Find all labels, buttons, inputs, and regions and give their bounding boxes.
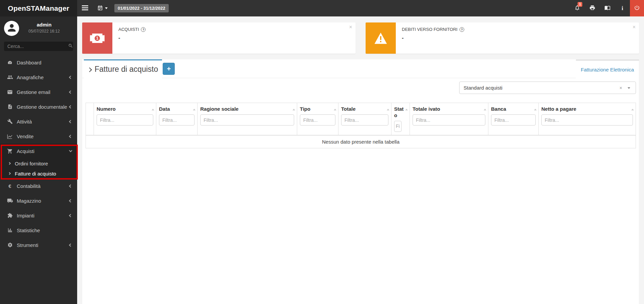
column-sort-label[interactable]: Ragione sociale	[200, 106, 294, 112]
date-range-badge[interactable]: 01/01/2022 - 31/12/2022	[114, 4, 169, 12]
sort-arrow-icon	[334, 109, 336, 110]
column-sort-label[interactable]: Stato	[394, 106, 407, 119]
filter-input-banca[interactable]	[491, 114, 536, 125]
tab-fatture-di-acquisto[interactable]: Fatture di acquisto	[84, 59, 162, 78]
column-header-banca: Banca	[488, 103, 539, 135]
column-sort-label[interactable]: Totale ivato	[413, 106, 485, 112]
filter-input-tipo[interactable]	[300, 114, 335, 125]
filter-input-numero[interactable]	[97, 114, 153, 125]
sidebar-subitem-label: Ordini fornitore	[10, 161, 72, 166]
infobox-title-row: ACQUISTI ?	[118, 27, 350, 32]
sidebar-item-label: Dashboard	[17, 60, 72, 65]
page-title: Fatture di acquisto	[95, 65, 158, 74]
sidebar-item-gestione-documentale[interactable]: Gestione documentale	[0, 99, 77, 114]
manual-button[interactable]	[600, 0, 615, 16]
chevron-left-icon	[69, 105, 72, 108]
search-submit-button[interactable]	[68, 43, 73, 49]
column-header-select	[86, 103, 94, 135]
print-button[interactable]	[585, 0, 600, 16]
search-icon	[68, 43, 73, 49]
sidebar-item-label: Impianti	[17, 213, 69, 218]
sidebar-item-attivita[interactable]: Attività	[0, 114, 77, 129]
hamburger-icon	[82, 5, 88, 11]
line-chart-icon	[7, 133, 13, 140]
sidebar-item-label: Vendite	[17, 134, 69, 139]
document-icon	[7, 104, 13, 110]
sidebar-item-contabilita[interactable]: € Contabilità	[0, 179, 77, 193]
top-navbar-main: 01/01/2022 - 31/12/2022 1 i	[77, 0, 644, 16]
search-input[interactable]	[7, 44, 68, 49]
column-sort-label[interactable]: Tipo	[300, 106, 335, 112]
calendar-dropdown-button[interactable]	[94, 0, 111, 16]
chevron-left-icon	[69, 184, 72, 188]
infobox-debiti-verso-fornitori: DEBITI VERSO FORNITORI ? - ×	[366, 22, 639, 54]
column-sort-label[interactable]: Netto a pagare	[541, 106, 633, 112]
sidebar-item-label: Strumenti	[17, 242, 69, 248]
fatturazione-elettronica-link[interactable]: Fatturazione Elettronica	[581, 67, 634, 72]
column-header-data: Data	[156, 103, 198, 135]
sidebar: admin 05/07/2022 16:12 Dashboard Anagraf…	[0, 16, 77, 304]
sidebar-item-anagrafiche[interactable]: Anagrafiche	[0, 70, 77, 85]
infobox-value: -	[118, 35, 350, 41]
sidebar-item-gestione-email[interactable]: Gestione email	[0, 85, 77, 99]
sidebar-group-acquisti: Acquisti Ordini fornitore Fatture di acq…	[0, 144, 77, 179]
sidebar-subitem-ordini-fornitore[interactable]: Ordini fornitore	[0, 158, 77, 168]
clear-selection-icon[interactable]: ×	[620, 85, 622, 91]
sort-arrow-icon	[534, 109, 537, 110]
filter-input-totale[interactable]	[341, 114, 388, 125]
close-icon[interactable]: ×	[349, 24, 352, 30]
filter-input-ragione-sociale[interactable]	[200, 114, 294, 125]
sidebar-item-magazzino[interactable]: Magazzino	[0, 193, 77, 208]
sidebar-search	[4, 42, 73, 51]
filter-input-data[interactable]	[159, 114, 195, 125]
sort-arrow-icon	[193, 109, 196, 110]
user-icon	[6, 22, 17, 35]
wrench-icon	[7, 118, 13, 125]
sidebar-item-statistiche[interactable]: Statistiche	[0, 223, 77, 238]
help-icon[interactable]: ?	[460, 27, 464, 32]
column-sort-label[interactable]: Numero	[97, 106, 153, 112]
sort-arrow-icon	[405, 109, 408, 110]
records-table-wrap: Numero Data Ragione sociale	[86, 103, 636, 148]
money-bill-icon: 1	[82, 22, 112, 54]
login-datetime: 05/07/2022 16:12	[19, 29, 69, 34]
column-sort-label[interactable]: Data	[159, 106, 195, 112]
notifications-button[interactable]: 1	[570, 0, 585, 16]
filter-input-stato[interactable]	[394, 121, 401, 132]
sidebar-item-acquisti[interactable]: Acquisti	[0, 144, 77, 158]
sidebar-item-vendite[interactable]: Vendite	[0, 129, 77, 144]
column-header-tipo: Tipo	[297, 103, 338, 135]
chevron-left-icon	[69, 75, 72, 79]
infobox-value: -	[402, 35, 633, 41]
column-sort-label[interactable]: Banca	[491, 106, 536, 112]
add-record-button[interactable]: +	[163, 63, 175, 75]
infobox-title: ACQUISTI	[118, 27, 139, 32]
column-header-totale-ivato: Totale ivato	[410, 103, 488, 135]
chevron-left-icon	[69, 135, 72, 138]
column-sort-label[interactable]: Totale	[341, 106, 388, 112]
sidebar-subitem-fatture-di-acquisto[interactable]: Fatture di acquisto	[0, 168, 77, 179]
filter-input-netto-a-pagare[interactable]	[541, 114, 633, 125]
sidebar-item-label: Acquisti	[17, 148, 69, 154]
sidebar-item-label: Magazzino	[17, 198, 69, 204]
chevron-left-icon	[69, 214, 72, 217]
close-icon[interactable]: ×	[633, 24, 636, 30]
chevron-down-icon	[69, 149, 72, 152]
sidebar-item-dashboard[interactable]: Dashboard	[0, 55, 77, 70]
records-table: Numero Data Ragione sociale	[86, 103, 636, 148]
sidebar-item-strumenti[interactable]: Strumenti	[0, 238, 77, 252]
logout-button[interactable]	[630, 0, 644, 16]
column-header-totale: Totale	[338, 103, 391, 135]
book-icon	[604, 5, 610, 12]
avatar[interactable]	[4, 21, 19, 36]
sidebar-item-label: Gestione email	[17, 89, 69, 95]
view-select[interactable]: Standard acquisti ×	[459, 82, 636, 94]
sidebar-item-impianti[interactable]: Impianti	[0, 208, 77, 223]
sidebar-toggle-button[interactable]	[77, 0, 93, 16]
help-icon[interactable]: ?	[141, 27, 146, 32]
envelope-icon	[7, 89, 13, 95]
app-logo[interactable]: OpenSTAManager	[0, 0, 77, 16]
printer-icon	[589, 5, 595, 12]
info-button[interactable]: i	[615, 0, 630, 16]
filter-input-totale-ivato[interactable]	[413, 114, 485, 125]
